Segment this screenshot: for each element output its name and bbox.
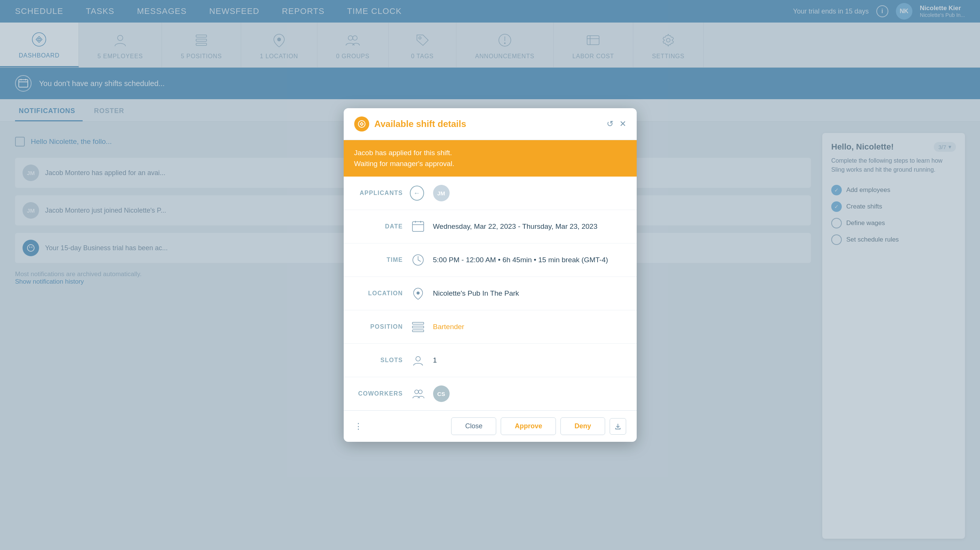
more-options-icon[interactable]: ⋮ (354, 421, 363, 431)
slots-value: 1 (433, 356, 626, 364)
coworkers-label: COWORKERS (354, 391, 403, 397)
position-label: POSITION (354, 324, 403, 330)
slots-label: SLOTS (354, 357, 403, 363)
alert-line1: Jacob has applied for this shift. (354, 148, 626, 159)
time-label: TIME (354, 257, 403, 263)
modal-body: APPLICANTS ← JM DATE Wednesday, Mar 22, … (344, 177, 637, 410)
modal-header: Available shift details ↺ ✕ (344, 108, 637, 140)
applicants-icon: ← (410, 185, 426, 201)
svg-point-28 (417, 292, 420, 295)
coworker-avatar: CS (433, 386, 450, 402)
alert-line2: Waiting for manager's approval. (354, 159, 626, 169)
modal-row-coworkers: COWORKERS CS (344, 377, 637, 410)
close-button[interactable]: Close (451, 418, 496, 435)
approve-button[interactable]: Approve (501, 418, 556, 435)
svg-rect-31 (412, 330, 424, 332)
date-label: DATE (354, 223, 403, 230)
svg-point-33 (415, 390, 418, 394)
shift-details-modal: Available shift details ↺ ✕ Jacob has ap… (344, 108, 637, 442)
svg-rect-23 (412, 222, 424, 231)
deny-button[interactable]: Deny (560, 418, 605, 435)
svg-rect-29 (412, 322, 424, 324)
coworkers-icon (410, 386, 426, 402)
date-value: Wednesday, Mar 22, 2023 - Thursday, Mar … (433, 222, 626, 231)
svg-point-22 (358, 121, 365, 128)
modal-row-position: POSITION Bartender (344, 310, 637, 344)
applicants-content: JM (433, 185, 626, 201)
close-icon[interactable]: ✕ (619, 119, 626, 129)
modal-row-slots: SLOTS 1 (344, 344, 637, 377)
coworkers-content: CS (433, 386, 626, 402)
svg-point-32 (416, 357, 420, 361)
slots-icon (410, 352, 426, 368)
date-icon (410, 218, 426, 235)
modal-row-date: DATE Wednesday, Mar 22, 2023 - Thursday,… (344, 210, 637, 244)
location-label: LOCATION (354, 290, 403, 297)
modal-row-time: TIME 5:00 PM - 12:00 AM • 6h 45min • 15 … (344, 244, 637, 277)
history-icon[interactable]: ↺ (607, 119, 613, 129)
position-icon (410, 319, 426, 335)
time-icon (410, 252, 426, 268)
modal-header-actions: ↺ ✕ (607, 119, 626, 129)
svg-point-34 (418, 390, 422, 394)
position-value: Bartender (433, 323, 626, 331)
modal-overlay[interactable]: Available shift details ↺ ✕ Jacob has ap… (0, 0, 980, 550)
location-icon (410, 285, 426, 302)
applicant-avatar[interactable]: JM (433, 185, 450, 201)
applicants-label: APPLICANTS (354, 190, 403, 196)
modal-footer: ⋮ Close Approve Deny (344, 410, 637, 442)
location-value: Nicolette's Pub In The Park (433, 289, 626, 298)
modal-title: Available shift details (374, 119, 601, 129)
svg-rect-30 (412, 326, 424, 328)
time-value: 5:00 PM - 12:00 AM • 6h 45min • 15 min b… (433, 256, 626, 264)
modal-row-applicants: APPLICANTS ← JM (344, 177, 637, 210)
export-button[interactable] (609, 418, 626, 435)
applicant-back-icon[interactable]: ← (410, 186, 424, 201)
modal-title-icon (354, 116, 369, 131)
modal-alert-banner: Jacob has applied for this shift. Waitin… (344, 140, 637, 177)
modal-row-location: LOCATION Nicolette's Pub In The Park (344, 277, 637, 310)
